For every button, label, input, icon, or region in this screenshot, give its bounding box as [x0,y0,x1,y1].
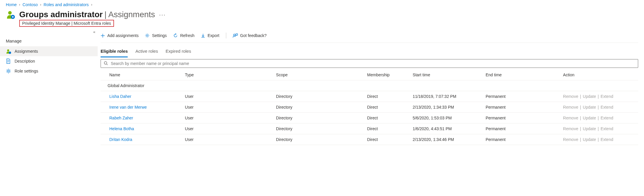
member-link[interactable]: Helena Botha [109,126,134,131]
col-type[interactable]: Type [183,70,274,80]
export-button[interactable]: Export [201,33,219,38]
tab-eligible-roles[interactable]: Eligible roles [101,47,128,57]
cell-membership: Direct [365,91,410,102]
gear-icon [6,68,11,74]
svg-point-0 [8,11,12,15]
action-remove[interactable]: Remove [563,94,578,99]
action-extend[interactable]: Extend [601,126,613,131]
member-link[interactable]: Dritan Kodra [109,137,132,142]
member-link[interactable]: Rabeh Zaher [109,116,133,120]
action-remove[interactable]: Remove [563,105,578,110]
cell-membership: Direct [365,102,410,113]
search-input[interactable] [110,61,635,66]
col-start-time[interactable]: Start time [410,70,483,80]
action-extend[interactable]: Extend [601,137,613,142]
cell-scope: Directory [274,102,365,113]
sidebar-item-role-settings[interactable]: Role settings [0,66,98,76]
svg-line-10 [10,72,10,73]
search-box[interactable] [101,59,638,68]
table-row: Lisha DaherUserDirectoryDirect11/18/2019… [101,91,638,102]
collapse-sidebar-button[interactable]: « [93,30,94,34]
sidebar-item-assignments[interactable]: Assignments [0,46,98,56]
cell-end: Permanent [483,134,561,145]
sidebar-item-label: Assignments [15,49,38,54]
svg-line-19 [148,36,149,37]
col-membership[interactable]: Membership [365,70,410,80]
cell-scope: Directory [274,134,365,145]
add-assignments-button[interactable]: Add assignments [101,33,138,38]
assignments-table: Name Type Scope Membership Start time En… [101,70,638,145]
table-row: Dritan KodraUserDirectoryDirect2/13/2020… [101,134,638,145]
breadcrumb: Home › Contoso › Roles and administrator… [0,0,644,8]
toolbar: Add assignments Settings Refresh Export … [101,30,638,43]
chevron-right-icon: › [91,3,92,7]
toolbar-divider [226,33,226,38]
tab-active-roles[interactable]: Active roles [135,47,158,57]
page-title: Groups administrator|Assignments [19,10,155,19]
cell-actions: Remove|Update|Extend [561,102,638,113]
cell-end: Permanent [483,102,561,113]
breadcrumb-item[interactable]: Roles and administrators [44,2,89,7]
cell-actions: Remove|Update|Extend [561,113,638,123]
col-end-time[interactable]: End time [483,70,561,80]
sidebar-item-description[interactable]: Description [0,56,98,66]
sidebar-item-label: Role settings [15,69,38,73]
document-icon [6,59,11,64]
cell-end: Permanent [483,123,561,134]
col-name[interactable]: Name [101,70,183,80]
download-icon [201,33,205,38]
svg-line-20 [146,36,147,37]
person-role-icon [6,10,15,19]
cell-start: 11/18/2019, 7:07:32 PM [410,91,483,102]
person-icon [6,49,11,54]
col-scope[interactable]: Scope [274,70,365,80]
svg-point-13 [147,35,148,36]
svg-line-12 [10,70,10,70]
subtitle-highlight: Privileged Identity Manage | Microsoft E… [19,20,114,27]
table-row: Irene van der MerweUserDirectoryDirect2/… [101,102,638,113]
col-action[interactable]: Action [561,70,638,80]
action-update[interactable]: Update [583,116,596,120]
main-content: Add assignments Settings Refresh Export … [98,30,644,145]
svg-point-22 [234,34,235,36]
cell-type: User [183,102,274,113]
cell-actions: Remove|Update|Extend [561,91,638,102]
action-update[interactable]: Update [583,137,596,142]
cell-scope: Directory [274,91,365,102]
cell-scope: Directory [274,123,365,134]
cell-start: 5/6/2020, 1:53:03 PM [410,113,483,123]
cell-type: User [183,123,274,134]
svg-line-18 [146,34,147,35]
chevron-right-icon: › [19,3,20,7]
action-remove[interactable]: Remove [563,126,578,131]
member-link[interactable]: Irene van der Merwe [109,105,147,110]
more-button[interactable]: ··· [159,11,166,18]
cell-end: Permanent [483,113,561,123]
table-header-row: Name Type Scope Membership Start time En… [101,70,638,80]
breadcrumb-item[interactable]: Contoso [22,2,38,7]
action-extend[interactable]: Extend [601,94,613,99]
action-remove[interactable]: Remove [563,116,578,120]
svg-line-21 [148,34,149,35]
svg-line-11 [7,72,8,73]
cell-end: Permanent [483,91,561,102]
search-icon [104,61,108,66]
action-update[interactable]: Update [583,94,596,99]
action-remove[interactable]: Remove [563,137,578,142]
cell-actions: Remove|Update|Extend [561,134,638,145]
action-extend[interactable]: Extend [601,105,613,110]
action-update[interactable]: Update [583,105,596,110]
cell-type: User [183,134,274,145]
action-extend[interactable]: Extend [601,116,613,120]
feedback-button[interactable]: Got feedback? [233,33,267,38]
settings-button[interactable]: Settings [145,33,167,38]
feedback-icon [233,33,238,38]
member-link[interactable]: Lisha Daher [109,94,131,99]
breadcrumb-item[interactable]: Home [6,2,17,7]
action-update[interactable]: Update [583,126,596,131]
tab-expired-roles[interactable]: Expired roles [166,47,191,57]
sidebar: « Manage Assignments Description Role se… [0,30,98,145]
cell-start: 2/13/2020, 1:34:46 PM [410,134,483,145]
refresh-button[interactable]: Refresh [173,33,194,38]
refresh-icon [173,33,178,38]
